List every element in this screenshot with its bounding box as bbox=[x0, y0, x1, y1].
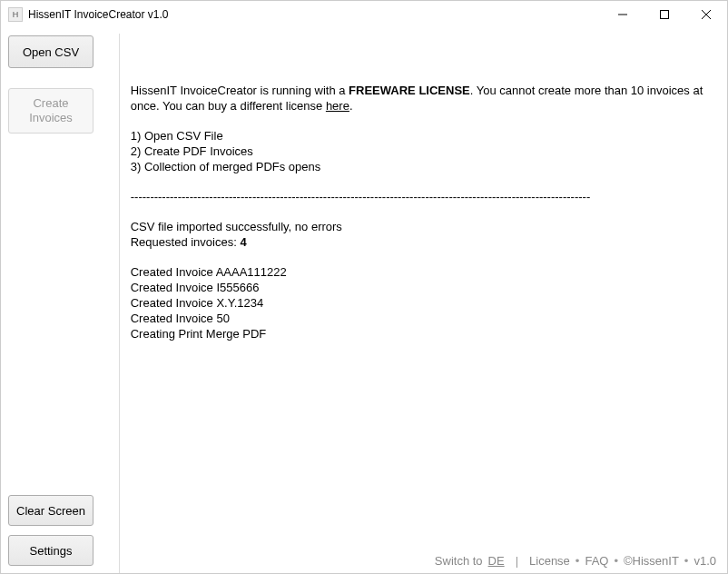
titlebar: H HissenIT InvoiceCreator v1.0 bbox=[1, 1, 727, 28]
log-area: HissenIT InvoiceCreator is running with … bbox=[120, 28, 727, 548]
log-line: Created Invoice AAAA111222 bbox=[131, 264, 716, 280]
window-controls bbox=[602, 1, 727, 28]
svg-rect-0 bbox=[661, 11, 669, 19]
close-icon bbox=[702, 10, 711, 19]
create-invoices-button[interactable]: Create Invoices bbox=[8, 88, 93, 134]
log-line: Created Invoice X.Y.1234 bbox=[131, 295, 716, 311]
minimize-button[interactable] bbox=[602, 1, 644, 28]
minimize-icon bbox=[618, 10, 627, 19]
buy-license-link[interactable]: here bbox=[326, 99, 349, 113]
switch-lang-link[interactable]: DE bbox=[488, 554, 505, 568]
step-item: 3) Collection of merged PDFs opens bbox=[131, 159, 716, 174]
import-status: CSV file imported successfully, no error… bbox=[131, 219, 716, 250]
log-line: Created Invoice I555666 bbox=[131, 280, 716, 295]
license-link[interactable]: License bbox=[529, 554, 570, 568]
log-separator: ----------------------------------------… bbox=[131, 189, 716, 204]
maximize-icon bbox=[660, 10, 669, 19]
step-item: 1) Open CSV File bbox=[131, 128, 716, 144]
close-button[interactable] bbox=[685, 1, 727, 28]
copyright-link[interactable]: ©HissenIT bbox=[624, 554, 679, 568]
log-line: Creating Print Merge PDF bbox=[131, 326, 716, 341]
steps-list: 1) Open CSV File 2) Create PDF Invoices … bbox=[131, 128, 716, 174]
license-notice: HissenIT InvoiceCreator is running with … bbox=[131, 83, 716, 114]
log-line: Created Invoice 50 bbox=[131, 311, 716, 326]
footer-bullet: • bbox=[614, 554, 618, 568]
footer-separator: | bbox=[516, 554, 518, 568]
footer-version: v1.0 bbox=[694, 554, 716, 568]
window-title: HissenIT InvoiceCreator v1.0 bbox=[28, 8, 169, 21]
requested-invoices-label: Requested invoices: bbox=[131, 235, 241, 249]
license-text-pre: HissenIT InvoiceCreator is running with … bbox=[131, 84, 349, 97]
open-csv-button[interactable]: Open CSV bbox=[8, 35, 93, 68]
license-text-bold: FREEWARE LICENSE bbox=[349, 84, 470, 97]
settings-button[interactable]: Settings bbox=[8, 535, 93, 566]
maximize-button[interactable] bbox=[644, 1, 685, 28]
faq-link[interactable]: FAQ bbox=[585, 554, 608, 568]
step-item: 2) Create PDF Invoices bbox=[131, 144, 716, 159]
footer-bullet: • bbox=[684, 554, 689, 568]
footer-bullet: • bbox=[576, 554, 580, 568]
creation-log: Created Invoice AAAA111222 Created Invoi… bbox=[131, 264, 716, 341]
footer-bar: Switch to DE | License • FAQ • ©HissenIT… bbox=[120, 548, 727, 573]
sidebar: Open CSV Create Invoices Clear Screen Se… bbox=[1, 28, 119, 573]
import-success-line: CSV file imported successfully, no error… bbox=[131, 219, 716, 234]
switch-lang-prefix: Switch to bbox=[435, 554, 483, 568]
clear-screen-button[interactable]: Clear Screen bbox=[8, 495, 93, 526]
license-text-end: . bbox=[349, 99, 353, 113]
app-icon: H bbox=[8, 7, 23, 22]
requested-invoices-count: 4 bbox=[240, 235, 246, 249]
